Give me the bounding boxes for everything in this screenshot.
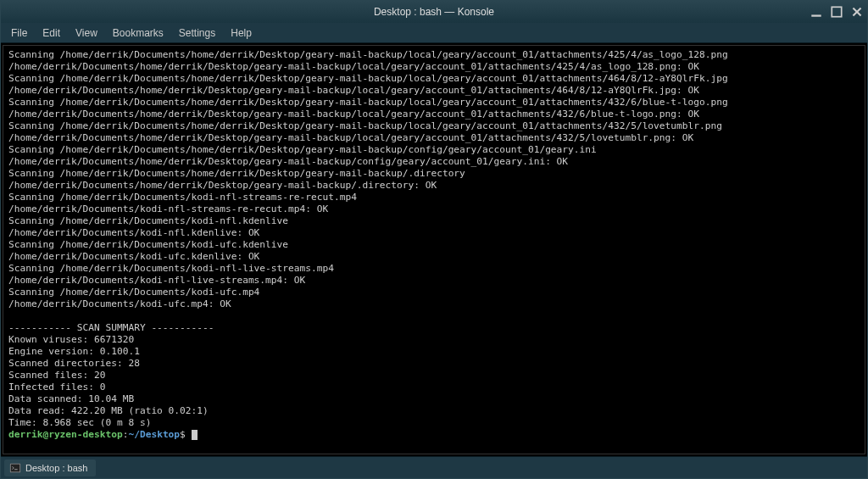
terminal-line xyxy=(8,310,860,322)
menu-file[interactable]: File xyxy=(4,25,34,42)
konsole-window: Desktop : bash — Konsole File Edit View … xyxy=(0,0,868,479)
terminal-line: Scanning /home/derrik/Documents/home/der… xyxy=(8,97,860,109)
close-button[interactable] xyxy=(850,5,864,19)
terminal-line: Scanned files: 20 xyxy=(8,370,860,382)
terminal-line: /home/derrik/Documents/kodi-nfl-live-str… xyxy=(8,275,860,287)
terminal-line: Scanning /home/derrik/Documents/home/der… xyxy=(8,144,860,156)
terminal-line: Scanning /home/derrik/Documents/kodi-ufc… xyxy=(8,239,860,251)
terminal-line: Known viruses: 6671320 xyxy=(8,334,860,346)
terminal-line: /home/derrik/Documents/home/derrik/Deskt… xyxy=(8,156,860,168)
maximize-icon xyxy=(830,5,843,19)
titlebar[interactable]: Desktop : bash — Konsole xyxy=(1,1,867,23)
terminal-line: /home/derrik/Documents/kodi-nfl.kdenlive… xyxy=(8,227,860,239)
minimize-icon xyxy=(810,5,823,19)
menubar: File Edit View Bookmarks Settings Help xyxy=(1,23,867,43)
terminal-line: /home/derrik/Documents/home/derrik/Deskt… xyxy=(8,61,860,73)
menu-bookmarks[interactable]: Bookmarks xyxy=(106,25,170,42)
terminal-output[interactable]: Scanning /home/derrik/Documents/home/der… xyxy=(3,45,865,454)
minimize-button[interactable] xyxy=(810,5,823,19)
terminal-line: ----------- SCAN SUMMARY ----------- xyxy=(8,322,860,334)
window-controls xyxy=(810,5,864,19)
svg-rect-0 xyxy=(811,14,821,16)
terminal-line: Scanning /home/derrik/Documents/kodi-nfl… xyxy=(8,215,860,227)
svg-rect-1 xyxy=(832,7,841,16)
terminal-line: Engine version: 0.100.1 xyxy=(8,346,860,358)
terminal-line: Infected files: 0 xyxy=(8,382,860,393)
terminal-line: Time: 8.968 sec (0 m 8 s) xyxy=(8,417,860,429)
terminal-line: Data read: 422.20 MB (ratio 0.02:1) xyxy=(8,405,860,417)
menu-help[interactable]: Help xyxy=(224,25,259,42)
prompt-path: ~/Desktop xyxy=(128,429,180,440)
terminal-line: Scanning /home/derrik/Documents/kodi-nfl… xyxy=(8,192,860,203)
terminal-line: /home/derrik/Documents/kodi-ufc.kdenlive… xyxy=(8,251,860,263)
tab-label: Desktop : bash xyxy=(25,463,87,473)
terminal-icon xyxy=(9,462,21,474)
terminal-line: Scanning /home/derrik/Documents/home/der… xyxy=(8,49,860,61)
terminal-line: Scanning /home/derrik/Documents/home/der… xyxy=(8,120,860,132)
tab-desktop-bash[interactable]: Desktop : bash xyxy=(4,460,96,476)
terminal-line: Scanning /home/derrik/Documents/kodi-nfl… xyxy=(8,263,860,275)
terminal-line: Scanning /home/derrik/Documents/kodi-ufc… xyxy=(8,287,860,298)
terminal-line: Data scanned: 10.04 MB xyxy=(8,393,860,405)
cursor-block xyxy=(192,430,198,440)
terminal-line: Scanned directories: 28 xyxy=(8,358,860,370)
menu-edit[interactable]: Edit xyxy=(36,25,67,42)
terminal-line: Scanning /home/derrik/Documents/home/der… xyxy=(8,73,860,85)
terminal-line: /home/derrik/Documents/kodi-nfl-streams-… xyxy=(8,203,860,215)
close-icon xyxy=(850,5,864,19)
svg-rect-3 xyxy=(11,464,20,471)
terminal-line: /home/derrik/Documents/home/derrik/Deskt… xyxy=(8,85,860,97)
terminal-line: /home/derrik/Documents/kodi-ufc.mp4: OK xyxy=(8,298,860,310)
svg-rect-4 xyxy=(14,469,18,470)
terminal-line: Scanning /home/derrik/Documents/home/der… xyxy=(8,168,860,180)
window-title: Desktop : bash — Konsole xyxy=(374,6,494,18)
terminal-line: /home/derrik/Documents/home/derrik/Deskt… xyxy=(8,109,860,120)
terminal-lines: Scanning /home/derrik/Documents/home/der… xyxy=(8,49,860,429)
shell-prompt: derrik@ryzen-desktop:~/Desktop$ xyxy=(8,429,860,441)
terminal-line: /home/derrik/Documents/home/derrik/Deskt… xyxy=(8,180,860,192)
prompt-dollar: $ xyxy=(180,429,191,440)
menu-settings[interactable]: Settings xyxy=(172,25,222,42)
maximize-button[interactable] xyxy=(830,5,843,19)
menu-view[interactable]: View xyxy=(69,25,104,42)
tabbar: Desktop : bash xyxy=(1,456,867,478)
terminal-line: /home/derrik/Documents/home/derrik/Deskt… xyxy=(8,132,860,144)
prompt-user-host: derrik@ryzen-desktop xyxy=(8,429,123,440)
